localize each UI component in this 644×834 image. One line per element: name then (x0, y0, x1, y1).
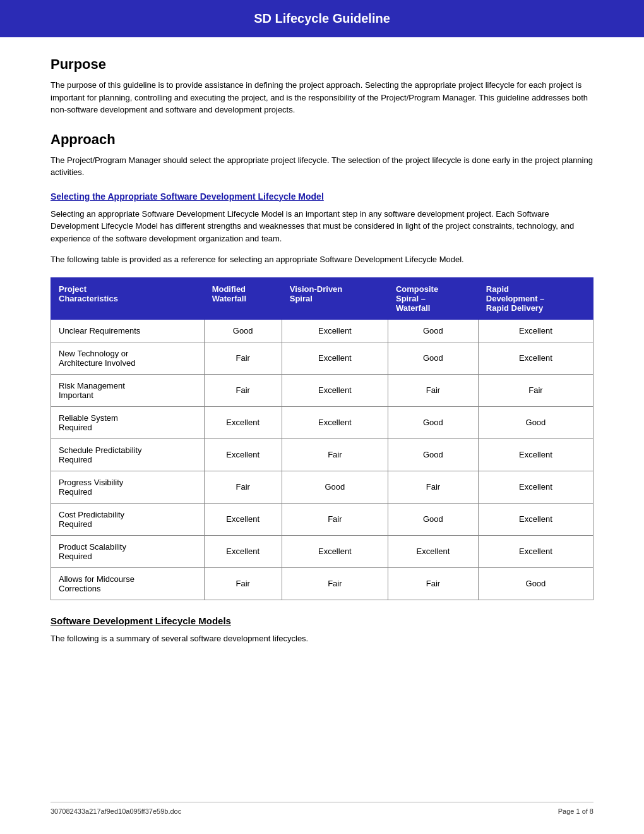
row-value: Excellent (478, 319, 593, 342)
purpose-body: The purpose of this guideline is to prov… (51, 79, 593, 116)
row-value: Fair (204, 471, 282, 503)
row-value: Good (478, 567, 593, 600)
row-value: Excellent (282, 374, 388, 406)
row-characteristic: Product ScalabilityRequired (51, 535, 205, 567)
col-header-composite: CompositeSpiral –Waterfall (388, 277, 478, 319)
purpose-title: Purpose (51, 56, 593, 73)
footer-page-info: Page 1 of 8 (558, 807, 593, 815)
row-characteristic: Allows for MidcourseCorrections (51, 567, 205, 600)
purpose-section: Purpose The purpose of this guideline is… (51, 56, 593, 116)
table-row: Product ScalabilityRequiredExcellentExce… (51, 535, 593, 567)
row-characteristic: Cost PredictabilityRequired (51, 503, 205, 535)
table-row: Schedule PredictabilityRequiredExcellent… (51, 438, 593, 471)
row-characteristic: Schedule PredictabilityRequired (51, 438, 205, 471)
approach-body: The Project/Program Manager should selec… (51, 154, 593, 179)
row-value: Good (388, 438, 478, 471)
row-characteristic: New Technology orArchitecture Involved (51, 342, 205, 374)
table-header-row: ProjectCharacteristics ModifiedWaterfall… (51, 277, 593, 319)
row-value: Excellent (478, 438, 593, 471)
footer-doc-id: 307082433a217af9ed10a095ff37e59b.doc (51, 807, 181, 815)
row-value: Good (388, 406, 478, 438)
row-value: Fair (204, 374, 282, 406)
row-value: Excellent (388, 535, 478, 567)
header-title: SD Lifecycle Guideline (254, 11, 390, 25)
subsection-title: Selecting the Appropriate Software Devel… (51, 191, 593, 202)
page: SD Lifecycle Guideline Purpose The purpo… (0, 0, 644, 834)
row-value: Good (282, 471, 388, 503)
row-value: Fair (282, 438, 388, 471)
col-header-rapid: RapidDevelopment –Rapid Delivery (478, 277, 593, 319)
approach-title: Approach (51, 131, 593, 148)
row-characteristic: Risk ManagementImportant (51, 374, 205, 406)
row-value: Good (388, 342, 478, 374)
row-value: Fair (478, 374, 593, 406)
col-header-spiral: Vision-DrivenSpiral (282, 277, 388, 319)
row-value: Fair (388, 567, 478, 600)
row-value: Excellent (478, 471, 593, 503)
table-row: Allows for MidcourseCorrectionsFairFairF… (51, 567, 593, 600)
subsection-body2: The following table is provided as a ref… (51, 253, 593, 266)
row-value: Fair (388, 374, 478, 406)
header-bar: SD Lifecycle Guideline (0, 0, 644, 37)
row-value: Fair (388, 471, 478, 503)
table-row: Progress VisibilityRequiredFairGoodFairE… (51, 471, 593, 503)
table-row: Risk ManagementImportantFairExcellentFai… (51, 374, 593, 406)
row-characteristic: Reliable SystemRequired (51, 406, 205, 438)
sdlc-section: Software Development Lifecycle Models Th… (51, 615, 593, 645)
row-value: Good (478, 406, 593, 438)
sdlc-body: The following is a summary of several so… (51, 632, 593, 645)
col-header-waterfall: ModifiedWaterfall (204, 277, 282, 319)
row-value: Good (388, 319, 478, 342)
table-row: Cost PredictabilityRequiredExcellentFair… (51, 503, 593, 535)
row-value: Fair (204, 567, 282, 600)
row-value: Excellent (282, 535, 388, 567)
lifecycle-table: ProjectCharacteristics ModifiedWaterfall… (51, 277, 593, 600)
row-value: Fair (282, 567, 388, 600)
row-value: Excellent (204, 503, 282, 535)
row-value: Excellent (282, 406, 388, 438)
row-value: Excellent (204, 535, 282, 567)
table-row: Unclear RequirementsGoodExcellentGoodExc… (51, 319, 593, 342)
row-value: Excellent (478, 503, 593, 535)
lifecycle-table-container: ProjectCharacteristics ModifiedWaterfall… (51, 277, 593, 600)
row-value: Good (388, 503, 478, 535)
row-value: Excellent (204, 406, 282, 438)
col-header-characteristics: ProjectCharacteristics (51, 277, 205, 319)
approach-section: Approach The Project/Program Manager sho… (51, 131, 593, 266)
row-value: Excellent (478, 342, 593, 374)
footer: 307082433a217af9ed10a095ff37e59b.doc Pag… (51, 802, 593, 815)
row-value: Fair (282, 503, 388, 535)
row-value: Excellent (282, 319, 388, 342)
row-value: Fair (204, 342, 282, 374)
table-row: Reliable SystemRequiredExcellentExcellen… (51, 406, 593, 438)
row-value: Excellent (204, 438, 282, 471)
sdlc-title: Software Development Lifecycle Models (51, 615, 593, 626)
table-row: New Technology orArchitecture InvolvedFa… (51, 342, 593, 374)
row-characteristic: Unclear Requirements (51, 319, 205, 342)
subsection-body1: Selecting an appropriate Software Develo… (51, 208, 593, 245)
row-characteristic: Progress VisibilityRequired (51, 471, 205, 503)
row-value: Excellent (478, 535, 593, 567)
row-value: Excellent (282, 342, 388, 374)
row-value: Good (204, 319, 282, 342)
